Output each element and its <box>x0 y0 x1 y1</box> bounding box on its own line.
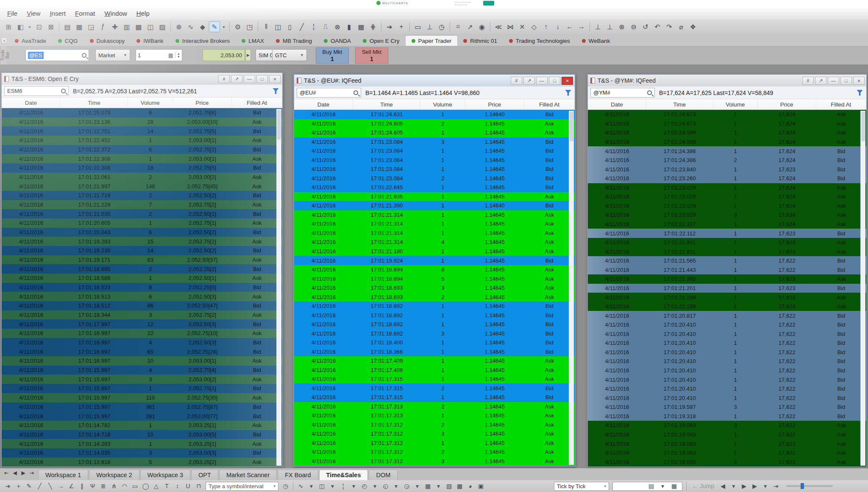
table-row[interactable]: 4/11/201617:01:17.997122,052.50[3]Bid <box>2 319 282 329</box>
column-headers[interactable]: DateTimeVolumePriceFilled At <box>2 98 282 108</box>
table-row[interactable]: 4/11/201617:01:22.06122,053.00[2]Ask <box>2 173 282 182</box>
hollow-candle-style-icon[interactable]: ▯ <box>284 21 295 32</box>
window-titlebar[interactable]: T&S - ESM6: Open E Cry # ↗ — □ × <box>2 73 282 85</box>
format-study-icon[interactable]: ⚙ <box>232 21 243 32</box>
table-row[interactable]: 4/11/201617:01:18.40011.14645Bid <box>294 338 575 347</box>
anchor-left-icon[interactable]: ⊥ <box>593 21 604 32</box>
table-row[interactable]: 4/11/201617:01:21.31411.14645Ask <box>294 219 575 229</box>
jump-button[interactable]: ← Jump <box>692 483 714 489</box>
column-header-date[interactable]: Date <box>294 99 353 109</box>
table-row[interactable]: 4/11/201617:01:24.386217,624Bid <box>588 156 866 165</box>
column-header-volume[interactable]: Volume <box>713 99 758 109</box>
add-indicator-icon[interactable]: ∿ <box>185 21 196 32</box>
table-row[interactable]: 4/11/201617:01:18.512862,052.50[47]Bid <box>2 301 282 310</box>
hide-drawings-icon[interactable]: ⌀ <box>676 21 687 32</box>
price-field[interactable]: 2,053.00 <box>203 49 245 61</box>
redo-zoom-icon[interactable]: ↷ <box>664 21 675 32</box>
table-row[interactable]: 4/11/201617:01:18.69481.14645Ask <box>294 265 575 274</box>
broker-tab-mb-trading[interactable]: MB Trading <box>270 36 318 46</box>
table-row[interactable]: 4/11/201617:01:24.60511.14645Ask <box>294 128 575 137</box>
table-row[interactable]: 4/11/201617:01:21.199117,623Ask <box>588 293 866 302</box>
table-row[interactable]: 4/11/201617:01:19.92411.14645Bid <box>294 256 575 265</box>
report-icon[interactable]: ▩ <box>133 21 144 32</box>
next-workspace-icon[interactable]: ▶ <box>20 467 27 478</box>
send-window-button[interactable]: ↗ <box>815 77 826 85</box>
table-row[interactable]: 4/11/201617:01:24.599117,624Ask <box>588 128 866 137</box>
table-row[interactable]: 4/11/201617:01:15.9971102,052.75[30]Ask <box>2 393 282 403</box>
weekly-interval-icon[interactable]: ▧ <box>444 481 454 491</box>
table-row[interactable]: 4/11/201617:01:17.40911.14645Ask <box>294 356 575 366</box>
table-row[interactable]: 4/11/201617:01:18.69211.14645Bid <box>294 302 575 311</box>
broker-tab-lmax[interactable]: LMAX <box>236 36 270 46</box>
scrollbar-thumb[interactable] <box>277 110 281 140</box>
jump-to-end-icon[interactable]: ⇥ <box>771 481 781 491</box>
forward-dropdown-arrow[interactable]: ▾ <box>760 481 770 491</box>
extended-line-tool-icon[interactable]: ╲ <box>45 481 55 491</box>
table-row[interactable]: 4/11/201617:01:16.99742,052.50[3]Bid <box>2 338 282 347</box>
text-tool-icon[interactable]: T <box>162 481 172 491</box>
daily-dropdown-arrow[interactable]: ▾ <box>434 481 443 491</box>
pointer-tool-icon[interactable]: ➔ <box>3 481 13 491</box>
hours-dropdown-arrow[interactable]: ▾ <box>412 481 422 491</box>
window-titlebar[interactable]: T&S - @YM#: IQFeed # ↗ — □ × <box>588 75 866 87</box>
table-row[interactable]: 4/11/201617:01:21.18011.14645Ask <box>294 247 575 256</box>
broker-tab-avatrade[interactable]: AvaTrade <box>9 36 52 46</box>
column-headers[interactable]: DateTimeVolumePriceFilled At <box>588 99 866 110</box>
table-row[interactable]: 4/11/201617:01:19.318117,622Bid <box>588 412 866 421</box>
table-row[interactable]: 4/11/201617:01:21.39011.14640Bid <box>294 201 575 210</box>
table-row[interactable]: 4/11/201617:01:17.31511.14645Bid <box>294 393 575 402</box>
add-symbol-icon[interactable]: ⊕ <box>173 21 184 32</box>
table-row[interactable]: 4/11/201617:01:21.22972,052.75[2]Ask <box>2 200 282 210</box>
table-row[interactable]: 4/11/201617:01:17.31511.14645Ask <box>294 375 575 384</box>
pin-window-button[interactable]: # <box>511 77 522 85</box>
column-header-price[interactable]: Price <box>173 98 232 108</box>
speed-slider[interactable] <box>786 485 833 487</box>
minutes-interval-icon[interactable]: ◵ <box>381 481 390 491</box>
table-row[interactable]: 4/11/201617:01:18.36611.14645Bid <box>294 347 575 356</box>
arc-tool-icon[interactable]: ◠ <box>120 481 129 491</box>
table-row[interactable]: 4/11/201617:01:15.99742,052.75[4]Bid <box>2 366 282 375</box>
shift-down-icon[interactable]: ↓ <box>552 21 563 32</box>
filter-icon[interactable] <box>273 88 279 94</box>
data-table-icon[interactable]: ⌗ <box>453 21 464 32</box>
table-row[interactable]: 4/11/201617:01:17.40811.14645Ask <box>294 365 575 375</box>
table-row[interactable]: 4/11/201617:01:21.911117,623Ask <box>588 238 866 247</box>
table-row[interactable]: 4/11/201617:01:21.31441.14645Ask <box>294 238 575 247</box>
hours-interval-icon[interactable]: ◶ <box>402 481 412 491</box>
column-header-filled-at[interactable]: Filled At <box>232 98 282 108</box>
pitchfork-tool-icon[interactable]: Ψ <box>88 481 97 491</box>
sell-mkt-button[interactable]: Sell Mkt1 <box>355 48 388 64</box>
table-row[interactable]: 4/11/201617:01:21.565117,622Bid <box>588 256 866 266</box>
reset-zoom-icon[interactable]: ↺ <box>640 21 651 32</box>
last-workspace-icon[interactable]: ⇥ <box>28 467 35 478</box>
table-row[interactable]: 4/11/201617:01:21.443117,622Bid <box>588 266 866 275</box>
pencil-tool-icon[interactable]: ✎ <box>24 481 34 491</box>
table-row[interactable]: 4/11/201617:01:18.34432,052.75[2]Ask <box>2 310 282 320</box>
table-row[interactable]: 4/11/201617:01:18.69522,052.25[2]Bid <box>2 264 282 274</box>
price-expand-icon[interactable]: ▶ <box>245 49 251 61</box>
points-interval-icon[interactable]: ◕ <box>465 481 475 491</box>
table-row[interactable]: 4/11/201617:01:15.99712,052.75[1]Bid <box>2 384 282 393</box>
pan-hand-icon[interactable]: ❖ <box>687 21 698 32</box>
scrollbar-thumb[interactable] <box>861 112 865 141</box>
workspace-tab-fx-board[interactable]: FX Board <box>278 470 318 480</box>
point-figure-style-icon[interactable]: ⊗ <box>332 21 343 32</box>
tick-bar-style-icon[interactable]: ‖ <box>261 21 272 32</box>
table-row[interactable]: 4/11/201617:01:18.69211.14645Bid <box>294 320 575 329</box>
table-row[interactable]: 4/11/201617:01:15.9972812,053.00[77]Bid <box>2 411 282 421</box>
table-row[interactable]: 4/11/201617:01:23.029117,624Ask <box>588 183 866 193</box>
table-row[interactable]: 4/11/201617:01:24.673117,624Ask <box>588 110 866 119</box>
menu-help[interactable]: Help <box>132 8 154 19</box>
workspace-tab-opt[interactable]: OPT <box>191 470 218 480</box>
minimize-button[interactable]: — <box>828 77 839 85</box>
compress-vertical-icon[interactable]: ✕ <box>517 21 528 32</box>
compress-horizontal-icon[interactable]: ≪ <box>493 21 504 32</box>
workspace-tab-market-scanner[interactable]: Market Scanner <box>219 470 277 480</box>
date-picker-icon[interactable]: ▤ <box>646 481 656 491</box>
channel-tool-icon[interactable]: ∥ <box>77 481 87 491</box>
table-row[interactable]: 4/11/201617:01:21.31411.14645Ask <box>294 229 575 238</box>
table-row[interactable]: 4/11/201617:01:13.61852,053.25[2]Ask <box>2 458 282 467</box>
new-scanner-window-icon[interactable]: ▦ <box>74 21 85 32</box>
table-row[interactable]: 4/11/201617:01:21.03522,052.50[1]Bid <box>2 209 282 218</box>
seconds-dropdown-arrow[interactable]: ▾ <box>370 481 380 491</box>
